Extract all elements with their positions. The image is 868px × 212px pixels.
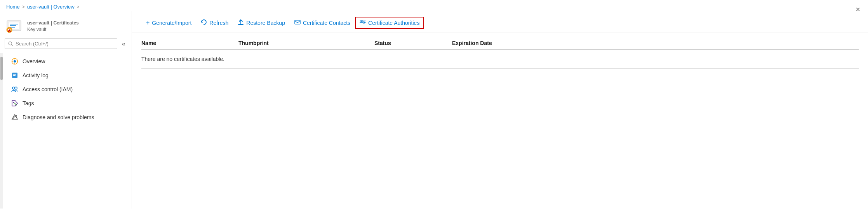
refresh-label: Refresh bbox=[209, 20, 228, 26]
sidebar-item-iam-label: Access control (IAM) bbox=[23, 86, 73, 92]
breadcrumb-home[interactable]: Home bbox=[6, 4, 20, 10]
title-separator: | bbox=[49, 20, 53, 26]
overview-icon bbox=[11, 57, 19, 65]
collapse-button[interactable]: « bbox=[120, 39, 127, 49]
close-button[interactable]: × bbox=[856, 5, 860, 13]
sidebar-item-overview-label: Overview bbox=[23, 58, 45, 64]
table-header: Name Thumbprint Status Expiration Date bbox=[141, 36, 859, 50]
svg-point-23 bbox=[13, 102, 14, 103]
sidebar-item-diagnose-label: Diagnose and solve problems bbox=[23, 114, 94, 120]
diagnose-icon bbox=[11, 113, 19, 121]
certificate-contacts-icon bbox=[294, 19, 301, 26]
sidebar-item-tags[interactable]: Tags bbox=[3, 96, 132, 110]
restore-backup-icon bbox=[238, 19, 244, 26]
search-input[interactable] bbox=[16, 41, 114, 47]
search-icon bbox=[8, 41, 13, 47]
svg-line-24 bbox=[14, 103, 17, 105]
vault-icon bbox=[6, 17, 22, 33]
svg-point-11 bbox=[14, 60, 16, 63]
activity-icon bbox=[11, 71, 19, 79]
sidebar-nav: Overview Activity log bbox=[3, 53, 132, 209]
toolbar: + Generate/Import Refresh bbox=[132, 11, 868, 33]
generate-import-icon: + bbox=[146, 20, 150, 26]
svg-rect-28 bbox=[295, 20, 300, 24]
certificate-contacts-button[interactable]: Certificate Contacts bbox=[290, 17, 355, 29]
generate-import-label: Generate/Import bbox=[152, 20, 191, 26]
scrollbar-track bbox=[0, 53, 3, 209]
vault-subtitle: Key vault bbox=[27, 27, 79, 32]
sidebar-item-access-control[interactable]: Access control (IAM) bbox=[3, 82, 132, 96]
table-empty-message: There are no certificates available. bbox=[141, 50, 859, 69]
breadcrumb-vault-overview[interactable]: user-vault | Overview bbox=[27, 4, 75, 10]
sidebar-item-tags-label: Tags bbox=[23, 100, 34, 106]
svg-line-9 bbox=[12, 45, 13, 46]
svg-point-32 bbox=[363, 22, 365, 23]
search-box[interactable] bbox=[5, 38, 117, 49]
breadcrumb: Home > user-vault | Overview > bbox=[0, 0, 868, 11]
iam-icon bbox=[11, 85, 19, 93]
svg-point-31 bbox=[361, 20, 362, 22]
sidebar: user-vault | Certificates Key vault « bbox=[0, 11, 132, 209]
breadcrumb-sep1: > bbox=[22, 4, 25, 10]
svg-point-20 bbox=[12, 87, 15, 89]
empty-message-text: There are no certificates available. bbox=[141, 56, 224, 62]
col-status: Status bbox=[374, 40, 452, 46]
vault-page: Certificates bbox=[53, 20, 78, 26]
generate-import-button[interactable]: + Generate/Import bbox=[141, 17, 196, 28]
sidebar-item-diagnose[interactable]: Diagnose and solve problems bbox=[3, 110, 132, 124]
svg-rect-18 bbox=[13, 75, 16, 76]
restore-backup-button[interactable]: Restore Backup bbox=[233, 17, 290, 29]
certificate-authorities-label: Certificate Authorities bbox=[368, 20, 419, 26]
vault-title: user-vault | Certificates Key vault bbox=[27, 17, 79, 32]
col-name: Name bbox=[141, 40, 238, 46]
page-title: user-vault | Certificates bbox=[27, 17, 79, 27]
svg-rect-17 bbox=[13, 74, 16, 75]
refresh-icon bbox=[201, 19, 207, 26]
breadcrumb-sep2: > bbox=[77, 4, 80, 10]
sidebar-header: user-vault | Certificates Key vault bbox=[0, 13, 132, 38]
refresh-button[interactable]: Refresh bbox=[196, 17, 233, 29]
svg-rect-19 bbox=[13, 77, 15, 77]
svg-point-21 bbox=[15, 87, 17, 89]
restore-backup-label: Restore Backup bbox=[246, 20, 285, 26]
sidebar-item-activity-log[interactable]: Activity log bbox=[3, 68, 132, 82]
content-area: + Generate/Import Refresh bbox=[132, 11, 868, 209]
scrollbar-thumb bbox=[0, 57, 3, 80]
vault-name: user-vault bbox=[27, 20, 49, 26]
table-area: Name Thumbprint Status Expiration Date T… bbox=[132, 33, 868, 209]
tags-icon bbox=[11, 99, 19, 107]
search-row: « bbox=[0, 38, 132, 53]
certificate-authorities-button[interactable]: Certificate Authorities bbox=[355, 17, 424, 29]
col-expiration: Expiration Date bbox=[452, 40, 859, 46]
sidebar-item-activity-label: Activity log bbox=[23, 72, 49, 78]
certificate-authorities-icon bbox=[360, 19, 366, 26]
sidebar-item-overview[interactable]: Overview bbox=[3, 54, 132, 68]
col-thumbprint: Thumbprint bbox=[238, 40, 374, 46]
main-layout: user-vault | Certificates Key vault « bbox=[0, 11, 868, 209]
certificate-contacts-label: Certificate Contacts bbox=[303, 20, 350, 26]
